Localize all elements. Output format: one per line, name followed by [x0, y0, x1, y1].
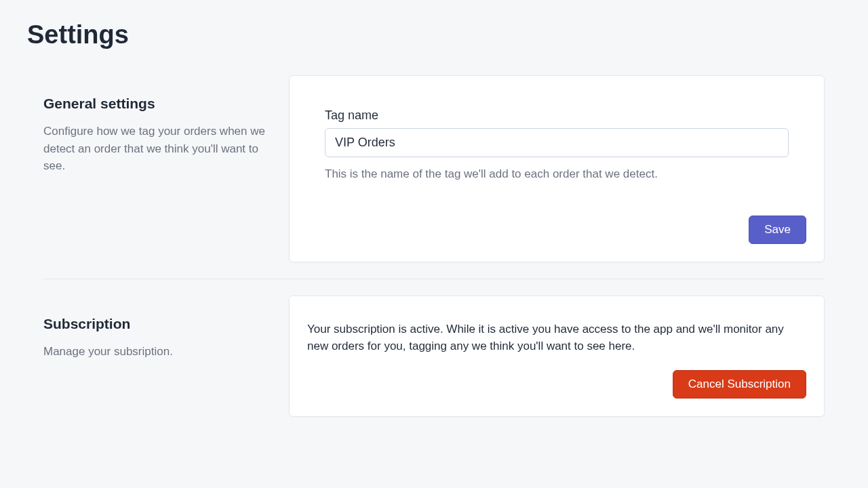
- section-divider: [43, 279, 825, 279]
- page-title: Settings: [27, 20, 841, 49]
- save-button[interactable]: Save: [749, 216, 806, 244]
- tag-name-label: Tag name: [325, 108, 789, 123]
- general-card: Tag name This is the name of the tag we'…: [289, 75, 825, 262]
- general-description: Configure how we tag your orders when we…: [43, 123, 267, 175]
- subscription-status: Your subscription is active. While it is…: [307, 321, 806, 355]
- subscription-description: Manage your subsription.: [43, 343, 267, 361]
- section-subscription: Subscription Manage your subsription. Yo…: [27, 296, 841, 417]
- cancel-subscription-button[interactable]: Cancel Subscription: [673, 370, 806, 399]
- tag-name-help: This is the name of the tag we'll add to…: [325, 165, 789, 183]
- tag-name-input[interactable]: [325, 128, 789, 157]
- general-heading: General settings: [43, 96, 267, 112]
- subscription-card: Your subscription is active. While it is…: [289, 296, 825, 417]
- section-general: General settings Configure how we tag yo…: [27, 75, 841, 262]
- subscription-heading: Subscription: [43, 316, 267, 332]
